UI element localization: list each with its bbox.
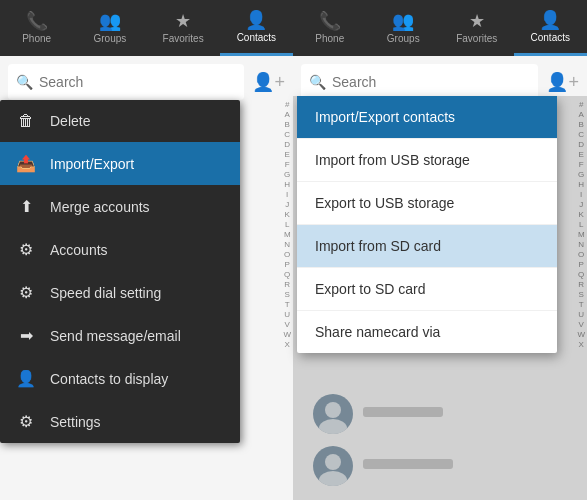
right-popup-menu: Import/Export contacts Import from USB s… (297, 96, 557, 353)
menu-item-accounts[interactable]: ⚙ Accounts (0, 228, 240, 271)
right-search-bar: 🔍 (301, 64, 538, 100)
menu-item-contacts-display-label: Contacts to display (50, 371, 168, 387)
right-phone-icon: 📞 (319, 12, 341, 30)
menu-item-speed-dial[interactable]: ⚙ Speed dial setting (0, 271, 240, 314)
right-panel: 📞 Phone 👥 Groups ★ Favorites 👤 Contacts … (293, 0, 587, 500)
left-panel: 📞 Phone 👥 Groups ★ Favorites 👤 Contacts … (0, 0, 293, 500)
left-nav-tabs: 📞 Phone 👥 Groups ★ Favorites 👤 Contacts (0, 0, 293, 56)
left-add-contact-button[interactable]: 👤+ (248, 67, 289, 97)
right-tab-phone[interactable]: 📞 Phone (293, 0, 367, 56)
menu-item-contacts-display[interactable]: 👤 Contacts to display (0, 357, 240, 400)
menu-item-delete[interactable]: 🗑 Delete (0, 100, 240, 142)
star-icon: ★ (175, 12, 191, 30)
popup-item-export-sd[interactable]: Export to SD card (297, 268, 557, 311)
left-search-input[interactable] (39, 74, 236, 90)
popup-header: Import/Export contacts (297, 96, 557, 139)
right-tab-favorites[interactable]: ★ Favorites (440, 0, 514, 56)
right-groups-icon: 👥 (392, 12, 414, 30)
left-tab-favorites-label: Favorites (163, 33, 204, 44)
right-nav-tabs: 📞 Phone 👥 Groups ★ Favorites 👤 Contacts (293, 0, 587, 56)
right-star-icon: ★ (469, 12, 485, 30)
popup-import-usb-label: Import from USB storage (315, 152, 470, 168)
popup-import-sd-label: Import from SD card (315, 238, 441, 254)
menu-item-import-export-label: Import/Export (50, 156, 134, 172)
left-alpha-index: # A B C D E F G H I J K L M N O P Q R S … (283, 100, 291, 349)
popup-item-import-usb[interactable]: Import from USB storage (297, 139, 557, 182)
left-search-bar: 🔍 (8, 64, 244, 100)
left-search-icon: 🔍 (16, 74, 33, 90)
left-dropdown-menu: 🗑 Delete 📤 Import/Export ⬆ Merge account… (0, 100, 240, 443)
left-tab-favorites[interactable]: ★ Favorites (147, 0, 220, 56)
right-tab-phone-label: Phone (315, 33, 344, 44)
phone-icon: 📞 (26, 12, 48, 30)
left-tab-phone[interactable]: 📞 Phone (0, 0, 73, 56)
right-search-input[interactable] (332, 74, 530, 90)
menu-item-delete-label: Delete (50, 113, 90, 129)
popup-export-usb-label: Export to USB storage (315, 195, 454, 211)
menu-item-accounts-label: Accounts (50, 242, 108, 258)
menu-item-settings[interactable]: ⚙ Settings (0, 400, 240, 443)
right-tab-groups-label: Groups (387, 33, 420, 44)
left-tab-contacts-label: Contacts (237, 32, 276, 43)
menu-item-merge-accounts[interactable]: ⬆ Merge accounts (0, 185, 240, 228)
speed-dial-icon: ⚙ (16, 283, 36, 302)
groups-icon: 👥 (99, 12, 121, 30)
left-tab-contacts[interactable]: 👤 Contacts (220, 0, 293, 56)
menu-item-settings-label: Settings (50, 414, 101, 430)
right-tab-favorites-label: Favorites (456, 33, 497, 44)
popup-item-import-sd[interactable]: Import from SD card (297, 225, 557, 268)
popup-item-export-usb[interactable]: Export to USB storage (297, 182, 557, 225)
menu-item-send-message[interactable]: ➡ Send message/email (0, 314, 240, 357)
accounts-icon: ⚙ (16, 240, 36, 259)
menu-item-import-export[interactable]: 📤 Import/Export (0, 142, 240, 185)
right-search-icon: 🔍 (309, 74, 326, 90)
left-tab-groups-label: Groups (93, 33, 126, 44)
left-tab-groups[interactable]: 👥 Groups (73, 0, 146, 56)
menu-item-merge-label: Merge accounts (50, 199, 150, 215)
popup-export-sd-label: Export to SD card (315, 281, 426, 297)
merge-icon: ⬆ (16, 197, 36, 216)
right-contacts-icon: 👤 (539, 11, 561, 29)
settings-icon: ⚙ (16, 412, 36, 431)
import-export-icon: 📤 (16, 154, 36, 173)
delete-icon: 🗑 (16, 112, 36, 130)
popup-share-namecard-label: Share namecard via (315, 324, 440, 340)
send-message-icon: ➡ (16, 326, 36, 345)
menu-item-speed-dial-label: Speed dial setting (50, 285, 161, 301)
right-add-contact-button[interactable]: 👤+ (542, 67, 583, 97)
menu-item-send-message-label: Send message/email (50, 328, 181, 344)
contacts-icon: 👤 (245, 11, 267, 29)
contacts-display-icon: 👤 (16, 369, 36, 388)
popup-header-label: Import/Export contacts (315, 109, 455, 125)
right-tab-groups[interactable]: 👥 Groups (367, 0, 441, 56)
left-tab-phone-label: Phone (22, 33, 51, 44)
right-tab-contacts-label: Contacts (531, 32, 570, 43)
popup-item-share-namecard[interactable]: Share namecard via (297, 311, 557, 353)
right-tab-contacts[interactable]: 👤 Contacts (514, 0, 588, 56)
